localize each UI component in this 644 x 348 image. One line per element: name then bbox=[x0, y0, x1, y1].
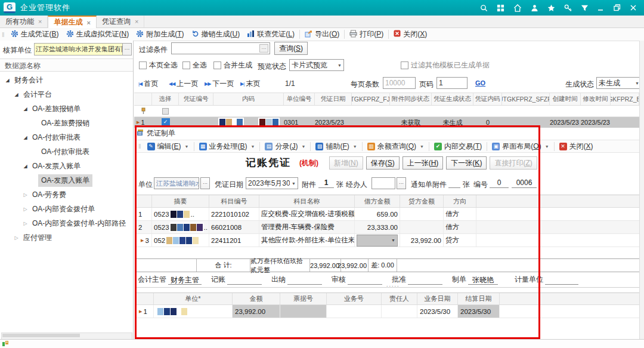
voucher-no-value[interactable]: 0 bbox=[490, 178, 509, 188]
debit-edit-dropdown[interactable]: ▼ bbox=[357, 235, 398, 247]
filter-icon[interactable] bbox=[581, 4, 589, 12]
detail-row[interactable]: ▶1 23,992.00 2023/5/30 2023/5/30 bbox=[137, 305, 639, 318]
signer-value[interactable] bbox=[408, 275, 442, 285]
voucher-toolbar-button-内部交易(T)[interactable]: ✔内部交易(T) bbox=[431, 141, 485, 152]
row-select-cell[interactable]: ✓ bbox=[152, 118, 179, 127]
voucher-button-上一张(H)[interactable]: 上一张(H) bbox=[402, 156, 444, 170]
toolbar-button-打印(P)[interactable]: 打印(P) bbox=[346, 29, 387, 39]
unit-input[interactable]: 江苏盐城港响水港... bbox=[154, 177, 199, 189]
entry-row[interactable]: 20523..66021008管理费用-车辆费-保险费23,333.00借方 bbox=[137, 221, 639, 234]
grid-header-凭证内码[interactable]: 凭证内码 bbox=[473, 93, 502, 105]
minimize-icon[interactable] bbox=[597, 4, 605, 11]
entry-header-摘要[interactable]: 摘要 bbox=[152, 195, 209, 207]
close-window-icon[interactable] bbox=[630, 4, 637, 11]
entry-header-方向[interactable]: 方向 bbox=[444, 195, 476, 207]
detail-header-业务号[interactable]: 业务号 bbox=[327, 293, 382, 304]
tree-item[interactable]: OA-差旅费报销 bbox=[0, 116, 133, 130]
detail-amount-cell[interactable]: 23,992.00 bbox=[233, 305, 280, 318]
detail-header-票据号[interactable]: 票据号 bbox=[280, 293, 327, 304]
grid-header-JTGKFPRZ_SFZF[interactable]: JTGKFPRZ_SFZF bbox=[502, 93, 550, 105]
entry-account-name-cell[interactable]: 管理费用-车辆费-保险费 bbox=[259, 221, 355, 233]
tree-item[interactable]: ◢财务会计 bbox=[0, 73, 133, 87]
tree-toggle-icon[interactable]: ▷ bbox=[21, 207, 29, 212]
tree-item[interactable]: ▷OA-内部资金拨付单 bbox=[0, 202, 133, 216]
detail-bill-no-cell[interactable] bbox=[280, 305, 327, 318]
voucher-no-value2[interactable]: 0006 bbox=[512, 178, 537, 188]
tab-所有功能[interactable]: 所有功能× bbox=[0, 16, 48, 27]
grid-header-凭证日期[interactable]: 凭证日期 bbox=[315, 93, 352, 105]
detail-header-金额[interactable]: 金额 bbox=[233, 293, 280, 304]
entry-debit-cell[interactable]: ▼ bbox=[355, 234, 400, 247]
entry-summary-cell[interactable]: 0523.. bbox=[152, 221, 209, 233]
attachment-count[interactable]: 1 bbox=[318, 178, 334, 188]
document-row[interactable]: ▶1 ✓ 0301 2023/5/23 未获取 未生成 0 2023/5/23 … bbox=[134, 117, 639, 128]
key-icon[interactable] bbox=[564, 4, 572, 12]
toolbar-button-附加生成(T)[interactable]: 附加生成(T) bbox=[132, 29, 187, 39]
entry-credit-cell[interactable] bbox=[400, 208, 444, 220]
detail-unit-cell[interactable] bbox=[154, 305, 233, 318]
entry-header-借方金额[interactable]: 借方金额 bbox=[355, 195, 400, 207]
home-icon[interactable] bbox=[513, 4, 522, 12]
grid-header-凭证生成状态[interactable]: 凭证生成状态 bbox=[432, 93, 473, 105]
toolbar-button-联查凭证(L)[interactable]: 联查凭证(L) bbox=[243, 29, 298, 39]
tree-toggle-icon[interactable]: ◢ bbox=[21, 164, 29, 169]
voucher-toolbar-button-编辑(E)[interactable]: ✎编辑(E)▼ bbox=[144, 141, 193, 152]
tree-toggle-icon[interactable]: ▷ bbox=[13, 235, 20, 241]
toolbar-button-生成虚拟凭证(N)[interactable]: 生成虚拟凭证(N) bbox=[63, 29, 133, 39]
detail-owner-cell[interactable] bbox=[382, 305, 417, 318]
notice-attach-count[interactable] bbox=[448, 178, 460, 188]
tree-item[interactable]: ◢OA-发票入账单 bbox=[0, 159, 133, 173]
entry-header-科目编号[interactable]: 科目编号 bbox=[209, 195, 259, 207]
grid-header-凭证编号[interactable]: 凭证编号 bbox=[179, 93, 213, 105]
detail-settle-date-cell[interactable]: 2023/5/30 bbox=[458, 305, 500, 318]
tree-item[interactable]: ◢OA-付款审批表 bbox=[0, 130, 133, 144]
voucher-toolbar-button-余额查询(Q)[interactable]: ▥余额查询(Q)▼ bbox=[364, 141, 428, 152]
entry-credit-cell[interactable]: 23,992.00 bbox=[400, 234, 444, 247]
voucher-button-下一张(K)[interactable]: 下一张(K) bbox=[446, 156, 487, 170]
prev-page-button[interactable]: ◀◀上一页 bbox=[169, 79, 198, 89]
entry-account-cell[interactable]: 66021008 bbox=[209, 221, 259, 233]
checked-checkbox[interactable]: ✓ bbox=[162, 118, 170, 127]
signer-value[interactable]: 财务主管 bbox=[168, 275, 202, 285]
entry-summary-cell[interactable]: 052 bbox=[152, 234, 209, 247]
tree-toggle-icon[interactable]: ◢ bbox=[21, 106, 29, 112]
signer-value[interactable] bbox=[545, 275, 578, 285]
entry-summary-cell[interactable]: 0523.. bbox=[152, 208, 209, 220]
star-icon[interactable] bbox=[547, 4, 555, 12]
detail-header-单位*[interactable]: 单位* bbox=[154, 293, 233, 304]
toolbar-button-导出(O)[interactable]: 导出(O) bbox=[301, 29, 343, 39]
page-number-input[interactable]: 1 bbox=[436, 77, 467, 89]
tree-toggle-icon[interactable]: ◢ bbox=[4, 78, 11, 83]
search-icon[interactable] bbox=[480, 4, 488, 12]
filter-other-template-checkbox[interactable]: 过滤其他模板已生成单据 bbox=[401, 60, 490, 70]
detail-header-业务日期[interactable]: 业务日期 bbox=[417, 293, 458, 304]
scrollbar-thumb[interactable] bbox=[2, 334, 80, 337]
detail-biz-no-cell[interactable] bbox=[327, 305, 382, 318]
tree-toggle-icon[interactable]: ◢ bbox=[13, 92, 20, 97]
tree-item[interactable]: OA-发票入账单 bbox=[0, 173, 133, 187]
tab-单据生成[interactable]: 单据生成× bbox=[48, 16, 96, 28]
voucher-toolbar-button-界面布局(O)[interactable]: ▣界面布局(O)▼ bbox=[488, 141, 552, 152]
entry-account-cell[interactable]: 2221010102 bbox=[209, 208, 259, 220]
tree-toggle-icon[interactable]: ▷ bbox=[21, 221, 29, 226]
grid-header-修改时间[interactable]: 修改时间 bbox=[581, 93, 611, 105]
voucher-toolbar-button-业务处理(B)[interactable]: ▦业务处理(B)▼ bbox=[196, 141, 259, 152]
entry-header-贷方金额[interactable]: 贷方金额 bbox=[400, 195, 444, 207]
entry-credit-cell[interactable] bbox=[400, 221, 444, 233]
entry-account-cell[interactable]: 22411201 bbox=[209, 234, 259, 247]
grid-header-内码[interactable]: 内码 bbox=[213, 93, 284, 105]
per-page-input[interactable]: 10000 bbox=[383, 77, 416, 89]
toolbar-button-生成凭证(B)[interactable]: 生成凭证(B) bbox=[7, 29, 63, 39]
query-button[interactable]: 查询(S) bbox=[274, 42, 308, 55]
tree-item[interactable]: ▷OA-劳务费 bbox=[0, 187, 133, 202]
grid-menu-icon[interactable] bbox=[497, 4, 504, 12]
toolbar-button-撤销生成(U)[interactable]: 撤销生成(U) bbox=[188, 29, 244, 39]
voucher-button-保存(S)[interactable]: 保存(S) bbox=[366, 156, 400, 170]
splitter-dots[interactable]: ..... bbox=[386, 282, 400, 288]
detail-biz-date-cell[interactable]: 2023/5/30 bbox=[417, 305, 458, 318]
detail-header-结算日期[interactable]: 结算日期 bbox=[458, 293, 500, 304]
grid-header-JTGKFPRZ_BY1[interactable]: JTGKFPRZ_BY1 bbox=[611, 93, 639, 105]
preview-status-select[interactable]: 卡片式预览 ▼ bbox=[289, 59, 344, 71]
filter-more-button[interactable]: ··· bbox=[259, 44, 268, 53]
grid-header-JTGKFPRZ_FJS[interactable]: JTGKFPRZ_FJS bbox=[352, 93, 390, 105]
